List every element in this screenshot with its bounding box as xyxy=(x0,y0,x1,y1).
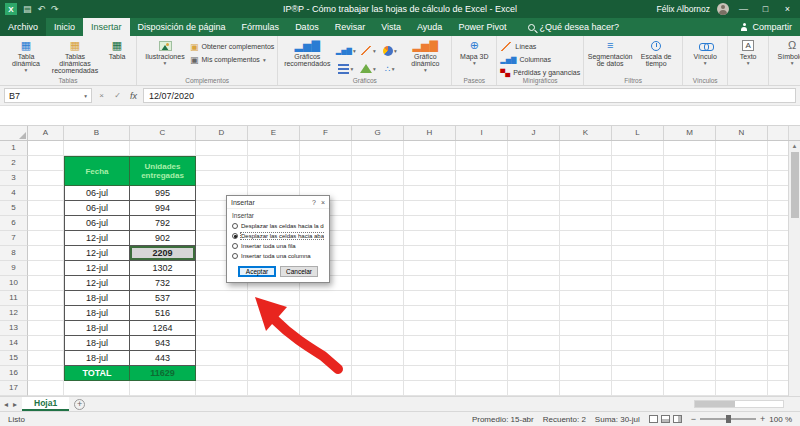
grid-cell[interactable] xyxy=(508,276,560,291)
recommended-charts-button[interactable]: ▂▅▇ Gráficos recomendados xyxy=(281,38,333,67)
grid-cell[interactable] xyxy=(508,381,560,396)
table-header-fecha[interactable]: Fecha xyxy=(64,156,130,186)
grid-cell[interactable] xyxy=(560,276,612,291)
group-label-minigraficos[interactable]: Minigráficos xyxy=(497,77,583,84)
grid-cell[interactable] xyxy=(404,141,456,156)
grid-cell[interactable] xyxy=(248,156,300,171)
column-header[interactable]: N xyxy=(716,126,768,140)
confirm-entry-icon[interactable]: ✓ xyxy=(111,91,124,100)
grid-cell[interactable] xyxy=(28,141,64,156)
grid-cell[interactable] xyxy=(664,231,716,246)
grid-cell[interactable] xyxy=(508,171,560,186)
grid-cell[interactable] xyxy=(664,261,716,276)
grid-cell[interactable] xyxy=(560,186,612,201)
grid-cell[interactable] xyxy=(716,366,768,381)
add-sheet-button[interactable]: + xyxy=(74,399,85,410)
grid-cell[interactable] xyxy=(560,216,612,231)
ribbon-tab[interactable]: Vista xyxy=(373,18,409,36)
cell-fecha[interactable]: 12-jul xyxy=(64,261,130,276)
cell-fecha[interactable]: 06-jul xyxy=(64,186,130,201)
grid-cell[interactable] xyxy=(560,381,612,396)
zoom-level[interactable]: 100 % xyxy=(769,415,792,424)
grid-cell[interactable] xyxy=(352,351,404,366)
grid-cell[interactable] xyxy=(508,186,560,201)
cell-unidades[interactable]: 902 xyxy=(130,231,196,246)
ribbon-tab[interactable]: Datos xyxy=(287,18,327,36)
grid-cell[interactable] xyxy=(664,276,716,291)
grid-cell[interactable] xyxy=(560,141,612,156)
grid-cell[interactable] xyxy=(130,381,196,396)
grid-cell[interactable] xyxy=(456,381,508,396)
column-header[interactable]: C xyxy=(130,126,196,140)
cell-fecha[interactable]: 18-jul xyxy=(64,306,130,321)
grid-cell[interactable] xyxy=(456,141,508,156)
normal-view-icon[interactable] xyxy=(649,415,658,423)
grid-cell[interactable] xyxy=(404,351,456,366)
cell-unidades[interactable]: 1302 xyxy=(130,261,196,276)
radio-option[interactable]: Insertar toda una columna xyxy=(232,251,324,261)
grid-cell[interactable] xyxy=(352,291,404,306)
grid-cell[interactable] xyxy=(404,366,456,381)
row-header[interactable]: 10 xyxy=(0,276,28,291)
grid-cell[interactable] xyxy=(352,141,404,156)
cell-fecha[interactable]: 12-jul xyxy=(64,246,130,261)
grid-cell[interactable] xyxy=(508,306,560,321)
grid-cell[interactable] xyxy=(612,141,664,156)
grid-cell[interactable] xyxy=(716,141,768,156)
grid-cell[interactable] xyxy=(196,171,248,186)
grid-cell[interactable] xyxy=(404,321,456,336)
insert-function-icon[interactable]: fx xyxy=(127,91,140,101)
ribbon-tab[interactable]: Insertar xyxy=(83,18,130,36)
user-avatar[interactable] xyxy=(717,3,729,15)
grid-cell[interactable] xyxy=(456,156,508,171)
column-header[interactable]: E xyxy=(248,126,300,140)
grid-cell[interactable] xyxy=(456,216,508,231)
grid-cell[interactable] xyxy=(560,261,612,276)
grid-cell[interactable] xyxy=(664,246,716,261)
table-header-unidades[interactable]: Unidades entregadas xyxy=(130,156,196,186)
grid-cell[interactable] xyxy=(196,366,248,381)
grid-cell[interactable] xyxy=(248,171,300,186)
grid-cell[interactable] xyxy=(352,366,404,381)
grid-cell[interactable] xyxy=(612,291,664,306)
grid-cell[interactable] xyxy=(612,201,664,216)
grid-cell[interactable] xyxy=(716,186,768,201)
grid-cell[interactable] xyxy=(508,141,560,156)
share-button[interactable]: Compartir xyxy=(740,18,800,36)
grid-cell[interactable] xyxy=(28,366,64,381)
grid-cell[interactable] xyxy=(560,201,612,216)
zoom-slider[interactable] xyxy=(700,418,756,420)
grid-cell[interactable] xyxy=(404,186,456,201)
grid-cell[interactable] xyxy=(560,246,612,261)
grid-cell[interactable] xyxy=(560,171,612,186)
vertical-scrollbar[interactable]: ▲ xyxy=(788,141,800,396)
radio-option[interactable]: Insertar toda una fila xyxy=(232,241,324,251)
page-layout-view-icon[interactable] xyxy=(661,415,670,423)
formula-input[interactable]: 12/07/2020 xyxy=(143,88,796,103)
cell-unidades[interactable]: 792 xyxy=(130,216,196,231)
grid-cell[interactable] xyxy=(300,171,352,186)
grid-cell[interactable] xyxy=(612,231,664,246)
grid-cell[interactable] xyxy=(560,231,612,246)
cell-unidades[interactable]: 943 xyxy=(130,336,196,351)
scatter-chart-button[interactable]: ∴▾ xyxy=(379,60,400,77)
cell-unidades[interactable]: 732 xyxy=(130,276,196,291)
row-header[interactable]: 1 xyxy=(0,141,28,156)
grid-cell[interactable] xyxy=(248,141,300,156)
cell-unidades[interactable]: 537 xyxy=(130,291,196,306)
grid-cell[interactable] xyxy=(456,261,508,276)
row-header[interactable]: 11 xyxy=(0,291,28,306)
dialog-help-button[interactable]: ? xyxy=(312,199,316,206)
area-chart-button[interactable]: ▾ xyxy=(357,60,378,77)
grid-cell[interactable] xyxy=(64,141,130,156)
grid-cell[interactable] xyxy=(716,351,768,366)
grid-cell[interactable] xyxy=(196,321,248,336)
grid-cell[interactable] xyxy=(300,381,352,396)
grid-cell[interactable] xyxy=(612,216,664,231)
column-header[interactable]: K xyxy=(560,126,612,140)
horizontal-scrollbar[interactable] xyxy=(694,400,784,408)
grid-cell[interactable] xyxy=(716,201,768,216)
grid-cell[interactable] xyxy=(404,306,456,321)
grid-cell[interactable] xyxy=(196,291,248,306)
grid-cell[interactable] xyxy=(28,381,64,396)
